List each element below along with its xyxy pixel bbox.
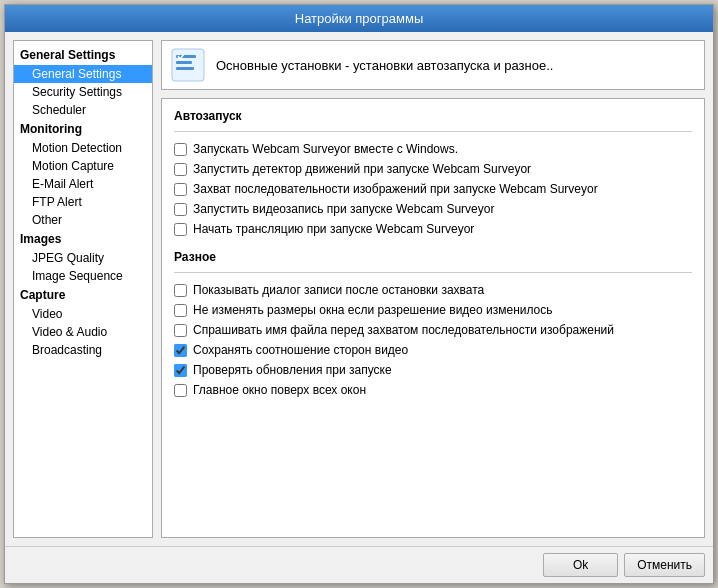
svg-rect-0 (172, 49, 204, 81)
sidebar-item-motion-capture[interactable]: Motion Capture (14, 157, 152, 175)
checkbox-cb3[interactable] (174, 183, 187, 196)
checkbox-label-cb4: Запустить видеозапись при запуске Webcam… (193, 202, 494, 216)
checkbox-row-cb6: Показывать диалог записи после остановки… (174, 283, 692, 297)
misc-section-title: Разное (174, 250, 692, 264)
main-dialog: Натройки программы General SettingsGener… (4, 4, 714, 584)
main-panel: Основные установки - установки автозапус… (161, 40, 705, 538)
svg-rect-3 (176, 67, 194, 70)
content-area: General SettingsGeneral SettingsSecurity… (5, 32, 713, 546)
autostart-divider (174, 131, 692, 132)
svg-rect-2 (176, 61, 192, 64)
checkbox-row-cb11: Главное окно поверх всех окон (174, 383, 692, 397)
checkbox-cb4[interactable] (174, 203, 187, 216)
main-header: Основные установки - установки автозапус… (161, 40, 705, 90)
checkbox-cb8[interactable] (174, 324, 187, 337)
sidebar-item-general-settings[interactable]: General Settings (14, 65, 152, 83)
sidebar-group-capture: Capture (14, 285, 152, 305)
autostart-checkboxes: Запускать Webcam Surveyor вместе с Windo… (174, 142, 692, 236)
misc-divider (174, 272, 692, 273)
checkbox-label-cb1: Запускать Webcam Surveyor вместе с Windo… (193, 142, 458, 156)
checkbox-cb5[interactable] (174, 223, 187, 236)
sidebar-group-monitoring: Monitoring (14, 119, 152, 139)
header-title: Основные установки - установки автозапус… (216, 58, 553, 73)
checkbox-label-cb10: Проверять обновления при запуске (193, 363, 392, 377)
checkbox-cb10[interactable] (174, 364, 187, 377)
sidebar-item-broadcasting[interactable]: Broadcasting (14, 341, 152, 359)
cancel-button[interactable]: Отменить (624, 553, 705, 577)
sidebar-item-scheduler[interactable]: Scheduler (14, 101, 152, 119)
checkbox-row-cb5: Начать трансляцию при запуске Webcam Sur… (174, 222, 692, 236)
sidebar-item-email-alert[interactable]: E-Mail Alert (14, 175, 152, 193)
misc-checkboxes: Показывать диалог записи после остановки… (174, 283, 692, 397)
checkbox-label-cb5: Начать трансляцию при запуске Webcam Sur… (193, 222, 474, 236)
sidebar-item-ftp-alert[interactable]: FTP Alert (14, 193, 152, 211)
checkbox-row-cb9: Сохранять соотношение сторон видео (174, 343, 692, 357)
sidebar-item-video-audio[interactable]: Video & Audio (14, 323, 152, 341)
sidebar: General SettingsGeneral SettingsSecurity… (13, 40, 153, 538)
checkbox-label-cb8: Спрашивать имя файла перед захватом посл… (193, 323, 614, 337)
sidebar-item-image-sequence[interactable]: Image Sequence (14, 267, 152, 285)
checkbox-row-cb8: Спрашивать имя файла перед захватом посл… (174, 323, 692, 337)
sidebar-item-video[interactable]: Video (14, 305, 152, 323)
misc-section: Разное Показывать диалог записи после ос… (174, 250, 692, 397)
autostart-section-title: Автозапуск (174, 109, 692, 123)
ok-button[interactable]: Ok (543, 553, 618, 577)
checkbox-row-cb2: Запустить детектор движений при запуске … (174, 162, 692, 176)
checkbox-label-cb3: Захват последовательности изображений пр… (193, 182, 598, 196)
sidebar-group-general-settings: General Settings (14, 45, 152, 65)
sidebar-item-motion-detection[interactable]: Motion Detection (14, 139, 152, 157)
header-icon (170, 47, 206, 83)
sidebar-item-security-settings[interactable]: Security Settings (14, 83, 152, 101)
checkbox-cb2[interactable] (174, 163, 187, 176)
checkbox-cb6[interactable] (174, 284, 187, 297)
checkbox-cb7[interactable] (174, 304, 187, 317)
checkbox-label-cb11: Главное окно поверх всех окон (193, 383, 366, 397)
checkbox-label-cb9: Сохранять соотношение сторон видео (193, 343, 408, 357)
sidebar-group-images: Images (14, 229, 152, 249)
checkbox-row-cb4: Запустить видеозапись при запуске Webcam… (174, 202, 692, 216)
sidebar-item-other[interactable]: Other (14, 211, 152, 229)
checkbox-label-cb2: Запустить детектор движений при запуске … (193, 162, 531, 176)
checkbox-cb9[interactable] (174, 344, 187, 357)
checkbox-row-cb3: Захват последовательности изображений пр… (174, 182, 692, 196)
checkbox-cb1[interactable] (174, 143, 187, 156)
main-body: Автозапуск Запускать Webcam Surveyor вме… (161, 98, 705, 538)
sidebar-item-jpeg-quality[interactable]: JPEG Quality (14, 249, 152, 267)
checkbox-label-cb7: Не изменять размеры окна если разрешение… (193, 303, 553, 317)
checkbox-row-cb10: Проверять обновления при запуске (174, 363, 692, 377)
title-text: Натройки программы (295, 11, 424, 26)
checkbox-row-cb1: Запускать Webcam Surveyor вместе с Windo… (174, 142, 692, 156)
title-bar: Натройки программы (5, 5, 713, 32)
checkbox-label-cb6: Показывать диалог записи после остановки… (193, 283, 484, 297)
checkbox-cb11[interactable] (174, 384, 187, 397)
footer: Ok Отменить (5, 546, 713, 583)
checkbox-row-cb7: Не изменять размеры окна если разрешение… (174, 303, 692, 317)
